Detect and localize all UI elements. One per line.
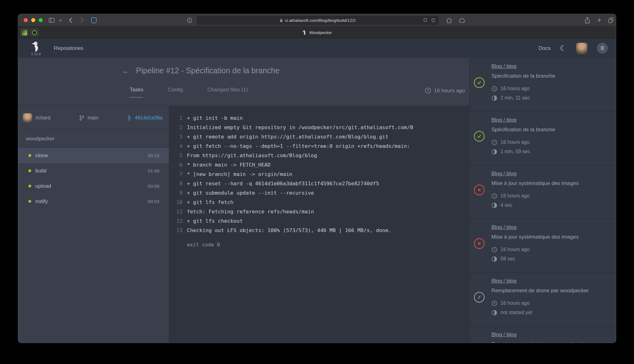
build-duration: 58 sec xyxy=(491,254,610,264)
nav-docs-link[interactable]: Docs xyxy=(539,45,551,51)
step-duration: 01:46 xyxy=(148,168,159,173)
build-time: 16 hours ago xyxy=(491,138,610,147)
home-icon[interactable] xyxy=(445,14,453,27)
repo-link[interactable]: Blog / blog xyxy=(491,278,516,284)
woodpecker-favicon xyxy=(302,30,307,35)
reload-icon[interactable] xyxy=(431,18,436,22)
clock-icon xyxy=(425,87,431,94)
status-success-icon xyxy=(474,77,485,88)
build-duration: 4 sec xyxy=(491,201,610,210)
duration-icon xyxy=(491,310,497,316)
build-card[interactable]: Blog / blog Remplacement de drone par wo… xyxy=(470,326,616,343)
log-panel: + git init -b main Initialized empty Git… xyxy=(169,106,469,343)
status-failure-icon xyxy=(474,185,485,195)
pinned-tab-2-favicon xyxy=(32,30,37,35)
repo-link[interactable]: Blog / blog xyxy=(491,224,516,231)
log-line: + git reset --hard -q 4614d1e06a3dabf311… xyxy=(169,179,469,188)
build-card[interactable]: Blog / blog Remplacement de drone par wo… xyxy=(470,273,616,326)
main-area: ← Pipeline #12 - Spécification de la bra… xyxy=(18,58,616,343)
step-name: clone xyxy=(35,153,148,159)
build-duration: 2 min, 11 sec xyxy=(491,93,610,103)
woodpecker-page: 0.15.8 Repositories Docs ☾ 0 ← Pipeline … xyxy=(18,38,616,343)
commit-link[interactable]: 4614d1e06a xyxy=(127,115,163,121)
step-row-clone[interactable]: clone 00:15 xyxy=(18,148,169,163)
tab-tasks[interactable]: Tasks xyxy=(130,87,143,98)
steps-panel: richard main 4614d1e06a woodpecke xyxy=(18,106,169,343)
active-tab[interactable]: Woodpecker xyxy=(302,27,332,38)
share-icon[interactable] xyxy=(583,14,591,27)
pipeline-header: ← Pipeline #12 - Spécification de la bra… xyxy=(18,58,469,106)
pipeline-tabs: Tasks Config Changed files (1) xyxy=(130,87,248,98)
address-bar[interactable]: ci.athaliasoft.com/Blog/blog/build/12/2 xyxy=(197,16,439,25)
repo-link[interactable]: Blog / blog xyxy=(491,63,516,70)
tab-strip: Woodpecker xyxy=(18,27,616,38)
step-status-dot xyxy=(28,200,31,203)
new-tab-icon[interactable]: + xyxy=(595,14,604,27)
step-row-build[interactable]: build 01:46 xyxy=(18,163,169,178)
commit-meta-row: richard main 4614d1e06a xyxy=(18,106,169,130)
build-card[interactable]: Blog / blog Spécification de la branche … xyxy=(470,58,616,112)
clock-icon xyxy=(491,86,497,92)
step-name: notify xyxy=(35,198,148,205)
step-duration: 00:03 xyxy=(148,199,159,204)
clock-icon xyxy=(491,247,497,253)
build-message: Remplacement de drone par woodpecker xyxy=(491,287,610,294)
step-row-notify[interactable]: notify 00:03 xyxy=(18,194,169,209)
clock-icon xyxy=(491,139,497,145)
browser-window: ci.athaliasoft.com/Blog/blog/build/12/2 … xyxy=(18,14,616,343)
privacy-shield-icon[interactable] xyxy=(423,18,427,22)
pinned-tab-1[interactable] xyxy=(20,28,29,37)
repo-link[interactable]: Blog / blog xyxy=(491,170,516,177)
duration-icon xyxy=(491,202,497,208)
pinned-page-icon[interactable] xyxy=(90,14,98,27)
repo-link[interactable]: Blog / blog xyxy=(491,331,516,338)
author-name: richard xyxy=(35,115,51,121)
dark-mode-toggle-icon[interactable]: ☾ xyxy=(560,45,567,52)
build-time: 16 hours ago xyxy=(491,298,610,308)
step-duration: 00:15 xyxy=(148,153,159,158)
step-status-dot xyxy=(28,169,31,172)
build-duration: 1 min, 59 sec xyxy=(491,147,610,156)
build-card[interactable]: Blog / blog Mise à jour systématique des… xyxy=(470,219,616,273)
notification-badge[interactable]: 0 xyxy=(597,43,608,54)
step-name: upload xyxy=(35,183,148,189)
minimize-window-button[interactable] xyxy=(31,18,35,22)
pipeline-time-text: 16 hours ago xyxy=(434,88,465,94)
page-settings-icon[interactable] xyxy=(185,14,193,27)
back-icon[interactable] xyxy=(67,14,74,27)
chevron-down-icon[interactable] xyxy=(57,14,63,27)
user-avatar[interactable] xyxy=(576,42,588,54)
build-message: Spécification de la branche xyxy=(491,126,610,133)
url-text: ci.athaliasoft.com/Blog/blog/build/12/2 xyxy=(285,18,356,23)
pinned-tab-2[interactable] xyxy=(30,28,39,37)
duration-icon xyxy=(491,149,497,155)
forward-icon[interactable] xyxy=(78,14,85,27)
log-line: + git fetch --no-tags --depth=1 --filter… xyxy=(169,142,469,151)
build-card[interactable]: Blog / blog Mise à jour systématique des… xyxy=(470,165,616,219)
build-time: 16 hours ago xyxy=(491,191,610,201)
pipeline-content: ← Pipeline #12 - Spécification de la bra… xyxy=(18,58,469,343)
log-line: + git submodule update --init --recursiv… xyxy=(169,188,469,198)
repo-link[interactable]: Blog / blog xyxy=(491,117,516,124)
step-row-upload[interactable]: upload 00:06 xyxy=(18,178,169,194)
woodpecker-logo-icon xyxy=(31,41,41,52)
branch-name: main xyxy=(88,115,99,121)
build-message: Mise à jour systématique des images xyxy=(491,234,610,240)
commit-icon xyxy=(127,115,132,121)
commit-branch: main xyxy=(79,115,99,121)
step-name: build xyxy=(35,168,148,174)
tab-config[interactable]: Config xyxy=(168,87,183,98)
zoom-window-button[interactable] xyxy=(39,18,43,22)
woodpecker-logo[interactable]: 0.15.8 xyxy=(31,41,41,56)
back-button[interactable]: ← xyxy=(121,66,131,76)
build-card[interactable]: Blog / blog Spécification de la branche … xyxy=(470,112,616,165)
log-line: * branch main -> FETCH_HEAD xyxy=(169,160,469,170)
nav-repositories-link[interactable]: Repositories xyxy=(54,45,84,51)
log-line: * [new branch] main -> origin/main xyxy=(169,170,469,179)
tab-changed-files[interactable]: Changed files (1) xyxy=(207,87,248,98)
tab-overview-icon[interactable] xyxy=(607,14,615,27)
cloud-tabs-icon[interactable] xyxy=(457,14,467,27)
branch-icon xyxy=(79,115,85,121)
sidebar-toggle-icon[interactable] xyxy=(47,14,56,27)
close-window-button[interactable] xyxy=(24,18,28,22)
